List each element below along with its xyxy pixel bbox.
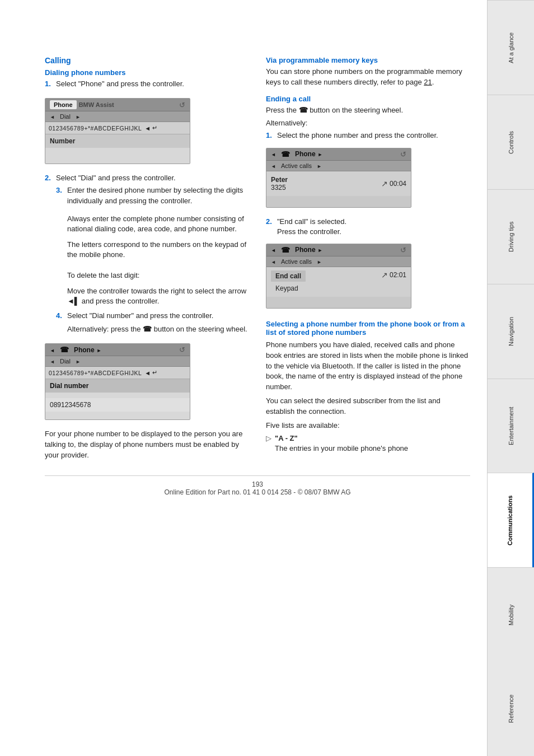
- screen1-header: Phone BMW Assist ↺: [45, 99, 190, 111]
- two-column-layout: Calling Dialing phone numbers 1. Select …: [45, 56, 470, 464]
- screen2-enter: ↵: [152, 369, 157, 376]
- screen1-body: [45, 148, 190, 164]
- ending-para: Press the ☎ button on the steering wheel…: [266, 105, 470, 116]
- footer-page: 193: [45, 480, 470, 488]
- sidebar-tab-reference[interactable]: Reference: [488, 662, 534, 756]
- phone-screen-3: ☎ Phone ↺ Active calls: [266, 148, 411, 208]
- screen3-time: 00:04: [390, 180, 406, 188]
- phone-icon-3: ☎: [281, 246, 290, 254]
- step3-para2: The letters correspond to the numbers on…: [56, 240, 249, 260]
- footer-text: Online Edition for Part no. 01 41 0 014 …: [45, 488, 470, 496]
- five-lists: Five lists are available:: [266, 421, 470, 431]
- screen2-dial-label: Dial number: [45, 379, 190, 393]
- screen4-end-call: End call: [271, 270, 306, 282]
- dialing-steps-2-4: 2. Select "Dial" and press the controlle…: [45, 173, 249, 337]
- screen4-refresh-icon: ↺: [400, 246, 406, 254]
- screen3-chevron-right: [318, 150, 323, 158]
- screen2-header: ☎ Phone ↺: [45, 344, 190, 356]
- step-4: 4. Select "Dial number" and press the co…: [45, 311, 249, 337]
- screen1-subheader: Dial: [45, 111, 190, 122]
- screen1-number-label: Number: [45, 134, 190, 148]
- select-para1: Phone numbers you have dialed, received …: [266, 340, 470, 393]
- footer-paragraph: For your phone number to be displayed to…: [45, 429, 249, 461]
- ending-title: Ending a call: [266, 95, 470, 103]
- screen2-number: 08912345678: [45, 398, 190, 412]
- screen-3-wrap: ☎ Phone ↺ Active calls: [266, 143, 411, 212]
- ending-steps: 1. Select the phone number and press the…: [266, 130, 470, 141]
- backspace-icon: ◄: [144, 125, 151, 132]
- screen3-sub-right: [317, 162, 322, 169]
- screen3-contact-row: Peter 3325 ↗ 00:04: [271, 175, 406, 193]
- screen2-subheader: Dial: [45, 356, 190, 367]
- screen1-keyboard-row: 0123456789+*#ABCDEFGHIJKL ◄ ↵: [45, 122, 190, 134]
- screen2-chevron-left: [50, 346, 55, 354]
- screen2-chevron-right: [97, 346, 102, 354]
- screen3-header: ☎ Phone ↺: [266, 148, 411, 161]
- screen2-keyboard: 0123456789+*#ABCDEFGHIJKL: [49, 370, 142, 376]
- call-arc-icon-2: ↗: [381, 270, 388, 279]
- screen3-chevron-left: [271, 150, 276, 158]
- step3-delete-body: Move the controller towards the right to…: [56, 286, 249, 306]
- step-1: 1. Select "Phone" and press the controll…: [45, 79, 249, 89]
- screen2-backspace: ◄: [144, 370, 151, 376]
- screen3-call-time: ↗ 00:04: [381, 179, 406, 188]
- dialing-steps: 1. Select "Phone" and press the controll…: [45, 79, 249, 89]
- screen-1-wrap: Phone BMW Assist ↺ Dial: [45, 94, 190, 169]
- screen3-number: 3325: [271, 184, 288, 192]
- list-item-az-desc: The entries in your mobile phone's phone: [275, 444, 408, 452]
- screen4-keypad: Keypad: [271, 283, 306, 293]
- screen4-sub-right: [317, 258, 322, 265]
- screen3-refresh-icon: ↺: [400, 150, 406, 158]
- screen2-keyboard-row: 0123456789+*#ABCDEFGHIJKL ◄ ↵: [45, 367, 190, 379]
- screen4-call-time: ↗ 02:01: [381, 270, 406, 279]
- screen3-footer: [266, 196, 411, 207]
- screen3-subheader: Active calls: [266, 161, 411, 171]
- screen3-sub-left: [271, 162, 276, 169]
- sidebar-tab-at-a-glance[interactable]: At a glance: [488, 0, 534, 95]
- screen4-chevron-right: [318, 246, 323, 254]
- screen1-tab2: BMW Assist: [79, 101, 114, 108]
- left-column: Calling Dialing phone numbers 1. Select …: [45, 56, 249, 464]
- phone-icon-1: ☎: [60, 346, 69, 354]
- screen3-body: Peter 3325 ↗ 00:04: [266, 171, 411, 196]
- ending-alt: Alternatively:: [266, 118, 470, 129]
- screen2-gap: [45, 393, 190, 398]
- ending-step2a: "End call" is selected.: [277, 217, 346, 227]
- step3-para1: Always enter the complete phone number c…: [56, 214, 249, 234]
- ending-step-2: 2. "End call" is selected. Press the con…: [266, 217, 470, 237]
- chevron-right-icon: [76, 113, 81, 120]
- sidebar-tab-driving-tips[interactable]: Driving tips: [488, 189, 534, 284]
- ending-step-1: 1. Select the phone number and press the…: [266, 130, 470, 141]
- section-title-calling: Calling: [45, 56, 249, 65]
- list-item-az-label: "A - Z": [275, 434, 298, 442]
- screen1-keyboard: 0123456789+*#ABCDEFGHIJKL: [49, 125, 142, 132]
- sidebar-tab-entertainment[interactable]: Entertainment: [488, 379, 534, 473]
- step-2: 2. Select "Dial" and press the controlle…: [45, 173, 249, 183]
- screen4-footer: [266, 297, 411, 308]
- main-content: Calling Dialing phone numbers 1. Select …: [0, 0, 487, 756]
- via-para: You can store phone numbers on the progr…: [266, 67, 470, 88]
- phone-icon-2: ☎: [281, 150, 290, 158]
- list-item-az: ▷ "A - Z" The entries in your mobile pho…: [266, 433, 470, 454]
- screen4-subheader: Active calls: [266, 256, 411, 267]
- screen1-refresh-icon: ↺: [179, 101, 185, 109]
- sidebar-tab-navigation[interactable]: Navigation: [488, 284, 534, 379]
- select-para2: You can select the desired subscriber fr…: [266, 396, 470, 417]
- sidebar-tab-controls[interactable]: Controls: [488, 95, 534, 189]
- screen-4-wrap: ☎ Phone ↺ Active calls: [266, 239, 411, 313]
- screen4-chevron-left: [271, 246, 276, 254]
- list-items: ▷ "A - Z" The entries in your mobile pho…: [266, 433, 470, 454]
- sidebar-tab-communications[interactable]: Communications: [488, 473, 534, 567]
- screen4-sub-left: [271, 258, 276, 265]
- sidebar: At a glance Controls Driving tips Naviga…: [487, 0, 534, 756]
- bullet-arrow-1: ▷: [266, 433, 271, 454]
- sidebar-tab-mobility[interactable]: Mobility: [488, 567, 534, 662]
- right-column: Via programmable memory keys You can sto…: [266, 56, 470, 464]
- enter-icon: ↵: [152, 124, 157, 132]
- footer: 193 Online Edition for Part no. 01 41 0 …: [45, 475, 470, 496]
- chevron-left-icon: [50, 113, 55, 120]
- step4-alt: Alternatively: press the ☎ button on the…: [56, 324, 249, 334]
- ending-step2b: Press the controller.: [277, 227, 346, 237]
- step-3: 3. Enter the desired phone number by sel…: [45, 185, 249, 309]
- phone-screen-2: ☎ Phone ↺ Dial: [45, 343, 190, 420]
